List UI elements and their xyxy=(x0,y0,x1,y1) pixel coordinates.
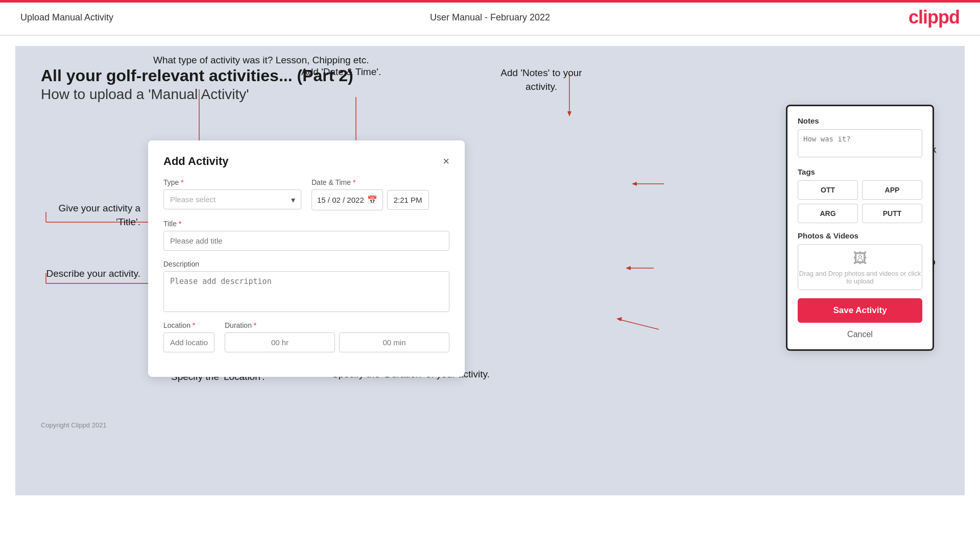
datetime-inputs: 15 / 02 / 2022 📅 2:21 PM xyxy=(312,189,449,210)
tag-arg[interactable]: ARG xyxy=(798,204,858,223)
location-duration-row: Location * Duration * xyxy=(163,321,449,352)
type-select[interactable]: Please select xyxy=(163,189,301,209)
annotation-notes: Add 'Notes' to your activity. xyxy=(490,66,592,93)
date-value: 15 / 02 / 2022 xyxy=(317,196,364,204)
type-label: Type * xyxy=(163,178,301,186)
date-input[interactable]: 15 / 02 / 2022 📅 xyxy=(312,189,383,210)
description-group: Description xyxy=(163,260,449,312)
upload-area[interactable]: 🖼 Drag and Drop photos and videos or cli… xyxy=(798,244,922,290)
duration-group: Duration * xyxy=(225,321,449,352)
calendar-icon: 📅 xyxy=(367,195,377,205)
copyright: Copyright Clippd 2021 xyxy=(41,421,939,429)
upload-text: Drag and Drop photos and videos or click… xyxy=(798,270,922,285)
header-center: User Manual - February 2022 xyxy=(430,12,550,23)
save-activity-button[interactable]: Save Activity xyxy=(798,298,922,323)
description-textarea[interactable] xyxy=(163,271,449,312)
location-label: Location * xyxy=(163,321,214,329)
tags-section-label: Tags xyxy=(798,167,922,176)
location-group: Location * xyxy=(163,321,214,352)
type-group: Type * Please select xyxy=(163,178,301,210)
header: Upload Manual Activity User Manual - Feb… xyxy=(0,0,980,36)
logo: clippd xyxy=(909,7,960,28)
svg-marker-21 xyxy=(626,266,631,270)
content-area: What type of activity was it? Lesson, Ch… xyxy=(41,105,939,411)
title-label-field: Title * xyxy=(163,220,449,228)
svg-marker-23 xyxy=(616,317,622,321)
svg-marker-17 xyxy=(567,111,571,116)
annotation-description: Describe your activity. xyxy=(41,267,140,281)
title-input[interactable] xyxy=(163,231,449,251)
phone-panel-container: Notes Tags OTT APP ARG PUTT Photos & Vid… xyxy=(786,105,939,351)
add-activity-modal: Add Activity × Type * Please select xyxy=(148,140,465,377)
main-content: All your golf-relevant activities... (Pa… xyxy=(15,46,965,495)
svg-marker-19 xyxy=(632,182,637,186)
upload-icon: 🖼 xyxy=(853,250,867,267)
title-group: Title * xyxy=(163,220,449,251)
notes-textarea[interactable] xyxy=(798,129,922,157)
annotation-datetime: Add 'Date & Time'. xyxy=(301,66,381,78)
description-label: Description xyxy=(163,260,449,268)
datetime-label: Date & Time * xyxy=(312,178,449,186)
datetime-group: Date & Time * 15 / 02 / 2022 📅 2:21 PM xyxy=(312,178,449,210)
type-select-wrapper[interactable]: Please select xyxy=(163,189,301,209)
modal-close-button[interactable]: × xyxy=(443,156,449,167)
modal-title: Add Activity xyxy=(163,155,229,168)
location-input[interactable] xyxy=(163,332,214,352)
type-datetime-row: Type * Please select Date & Time * xyxy=(163,178,449,210)
duration-inputs xyxy=(225,332,449,352)
phone-panel: Notes Tags OTT APP ARG PUTT Photos & Vid… xyxy=(786,105,934,351)
duration-label: Duration * xyxy=(225,321,449,329)
annotation-type: What type of activity was it? Lesson, Ch… xyxy=(153,54,369,67)
duration-hours[interactable] xyxy=(225,332,335,352)
notes-section-label: Notes xyxy=(798,116,922,125)
duration-minutes[interactable] xyxy=(339,332,449,352)
tags-grid: OTT APP ARG PUTT xyxy=(798,180,922,223)
photos-label: Photos & Videos xyxy=(798,231,922,240)
header-left: Upload Manual Activity xyxy=(20,12,113,23)
tag-app[interactable]: APP xyxy=(862,180,922,200)
time-input[interactable]: 2:21 PM xyxy=(387,190,429,210)
tag-putt[interactable]: PUTT xyxy=(862,204,922,223)
tag-ott[interactable]: OTT xyxy=(798,180,858,200)
annotation-title: Give your activity a 'Title'. xyxy=(41,202,140,229)
svg-line-22 xyxy=(618,319,659,329)
cancel-link[interactable]: Cancel xyxy=(798,330,922,339)
